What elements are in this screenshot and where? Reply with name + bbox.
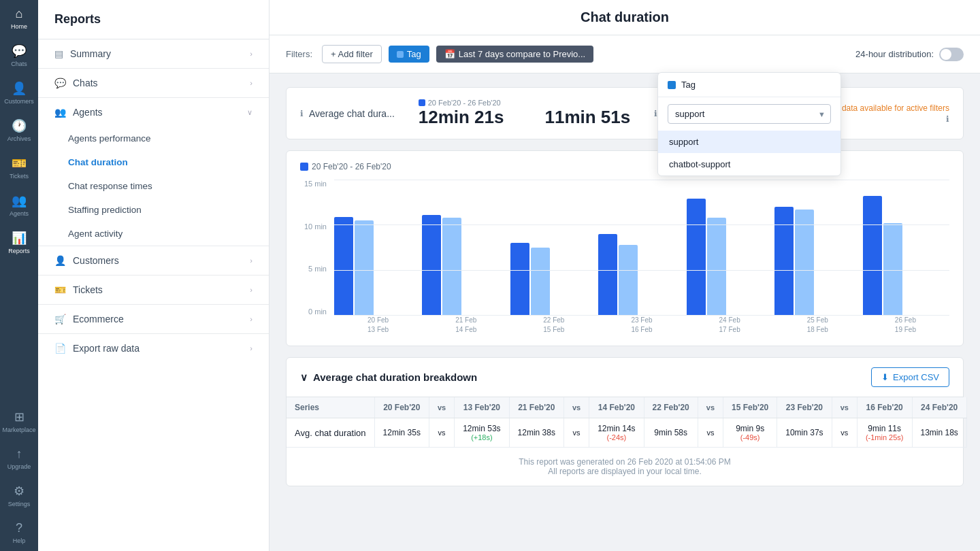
row-val-21feb: 12min 38s	[509, 418, 564, 448]
sidebar-item-agents[interactable]: 👥 Agents	[0, 186, 38, 224]
bar-group-inner-7	[863, 196, 949, 316]
tag-dropdown: Tag ▼ support chatbot-support	[657, 72, 841, 176]
export-csv-button[interactable]: ⬇ Export CSV	[871, 367, 949, 387]
bar-25feb	[774, 207, 794, 316]
dropdown-tag-input[interactable]	[668, 104, 831, 124]
chart-bars-area: 15 min 10 min 5 min 0 min	[300, 180, 949, 316]
tag-filter-button[interactable]: Tag	[389, 46, 429, 63]
sidebar-item-export-raw-data[interactable]: 📄 Export raw data ›	[38, 333, 269, 363]
val-15feb: 9min 9s	[732, 424, 768, 433]
sidebar-item-marketplace[interactable]: ⊞ Marketplace	[0, 403, 38, 440]
summary-label: Summary	[70, 48, 243, 59]
avg-prev-value: 11min 51s	[545, 107, 631, 128]
sidebar-item-home[interactable]: ⌂ Home	[0, 0, 38, 37]
bar-26feb	[863, 196, 882, 316]
row-vs-2: vs	[564, 418, 589, 448]
breakdown-table: Series 20 Feb'20 vs 13 Feb'20 21 Feb'20 …	[287, 397, 967, 448]
sidebar-item-help[interactable]: ? Help	[0, 514, 38, 551]
x-label-6: 25 Feb18 Feb	[774, 316, 862, 335]
dropdown-tag-header: Tag	[658, 73, 840, 97]
marketplace-icon: ⊞	[14, 410, 24, 424]
avg-value-prev: 11min 51s	[545, 99, 631, 128]
y-label-10: 10 min	[300, 222, 327, 231]
sidebar-item-tickets[interactable]: 🎫 Tickets	[0, 149, 38, 186]
chats-nav-icon: 💬	[54, 78, 66, 88]
sidebar-sub-chat-response-times[interactable]: Chat response times	[38, 174, 269, 198]
bar-16feb	[619, 245, 638, 316]
legend-dot-current	[419, 99, 425, 106]
distribution-toggle[interactable]	[939, 48, 964, 61]
bar-group-inner-1	[334, 217, 421, 316]
y-axis: 15 min 10 min 5 min 0 min	[300, 180, 331, 316]
sidebar-sub-agent-activity[interactable]: Agent activity	[38, 222, 269, 246]
date-range-button[interactable]: 📅 Last 7 days compare to Previo...	[436, 46, 593, 63]
y-label-5: 5 min	[300, 265, 327, 273]
sidebar-item-archives[interactable]: 🕐 Archives	[0, 112, 38, 149]
bar-group-5	[687, 199, 773, 316]
sidebar-item-summary[interactable]: ▤ Summary ›	[38, 39, 269, 68]
row-vs-4: vs	[832, 418, 857, 448]
main-body: Filters: + Add filter Tag 📅 Last 7 days …	[270, 35, 980, 551]
sidebar-sub-agents-performance[interactable]: Agents performance	[38, 127, 269, 150]
date-range-label: Last 7 days compare to Previo...	[459, 49, 585, 59]
calendar-icon: 📅	[444, 49, 455, 59]
sidebar-item-reports[interactable]: 📊 Reports	[0, 224, 38, 261]
bar-group-inner-3	[510, 243, 597, 316]
reports-icon: 📊	[12, 231, 27, 246]
upgrade-icon: ↑	[16, 447, 22, 461]
row-val-15feb: 9min 9s (-49s)	[723, 418, 777, 448]
sidebar-item-chats[interactable]: 💬 Chats ›	[38, 68, 269, 97]
reports-sidebar-title: Reports	[38, 0, 269, 39]
dropdown-tag-dot	[668, 81, 676, 89]
breakdown-title: ∨ Average chat duration breakdown	[300, 371, 477, 384]
chevron-collapse-icon[interactable]: ∨	[300, 371, 308, 384]
sidebar-sub-staffing-prediction[interactable]: Staffing prediction	[38, 198, 269, 222]
col-20feb: 20 Feb'20	[374, 397, 429, 418]
dropdown-option-support[interactable]: support	[658, 131, 840, 153]
summary-chevron: ›	[250, 50, 252, 58]
sidebar-sub-chat-duration[interactable]: Chat duration	[38, 150, 269, 174]
table-row: Avg. chat duration 12min 35s vs 12min 53…	[287, 418, 966, 448]
sidebar-item-agents-label: Agents	[10, 210, 29, 217]
avg-duration-banner: ℹ Average chat dura... 20 Feb'20 - 26 Fe…	[286, 87, 964, 139]
customers-nav-label: Customers	[73, 255, 243, 266]
col-vs-4: vs	[832, 397, 857, 418]
sidebar-item-ecommerce[interactable]: 🛒 Ecommerce ›	[38, 304, 269, 333]
avg-banner-values: 20 Feb'20 - 26 Feb'20 12min 21s 11min 51…	[419, 99, 631, 128]
legend-label-current: 20 Feb'20 - 26 Feb'20	[312, 162, 391, 171]
x-label-5: 24 Feb17 Feb	[686, 316, 774, 335]
ecommerce-nav-icon: 🛒	[54, 314, 66, 324]
content-area: ℹ Average chat dura... 20 Feb'20 - 26 Fe…	[270, 73, 980, 500]
col-22feb: 22 Feb'20	[644, 397, 698, 418]
bar-20feb	[334, 217, 353, 316]
footer-line2: All reports are displayed in your local …	[296, 467, 953, 476]
val-13feb: 12min 53s	[463, 424, 500, 433]
sidebar-item-chats[interactable]: 💬 Chats	[0, 37, 38, 74]
customers-icon: 👤	[12, 81, 27, 96]
chart-wrapper: 15 min 10 min 5 min 0 min	[300, 180, 949, 335]
y-label-15: 15 min	[300, 180, 327, 188]
summary-icon: ▤	[54, 48, 63, 59]
filter-label: Filters:	[286, 49, 312, 59]
sidebar-item-agents-group[interactable]: 👥 Agents ∨	[38, 98, 269, 127]
sidebar-item-upgrade[interactable]: ↑ Upgrade	[0, 440, 38, 477]
dropdown-option-chatbot-support[interactable]: chatbot-support	[658, 153, 840, 176]
col-15feb: 15 Feb'20	[723, 397, 777, 418]
chart-container: 20 Feb'20 - 26 Feb'20 15 min 10 min 5 mi…	[286, 150, 964, 346]
bar-21feb	[422, 215, 441, 316]
col-series: Series	[287, 397, 374, 418]
footer-line1: This report was generated on 26 Feb 2020…	[296, 457, 953, 467]
tickets-nav-icon: 🎫	[54, 284, 66, 295]
chart-legend: 20 Feb'20 - 26 Feb'20	[300, 162, 949, 171]
sidebar-item-settings[interactable]: ⚙ Settings	[0, 477, 38, 514]
sidebar-item-customers[interactable]: 👤 Customers	[0, 74, 38, 112]
sidebar-item-tickets[interactable]: 🎫 Tickets ›	[38, 275, 269, 304]
sidebar-item-customers[interactable]: 👤 Customers ›	[38, 246, 269, 275]
change-16feb: (-1min 25s)	[866, 433, 904, 441]
val-16feb: 9min 11s	[866, 424, 904, 433]
page-title: Chat duration	[270, 0, 980, 35]
info-icon-banner: ℹ	[300, 109, 304, 118]
add-filter-button[interactable]: + Add filter	[322, 45, 382, 63]
distribution-toggle-area: 24-hour distribution:	[855, 48, 964, 61]
dropdown-input-wrap: ▼	[658, 97, 840, 131]
